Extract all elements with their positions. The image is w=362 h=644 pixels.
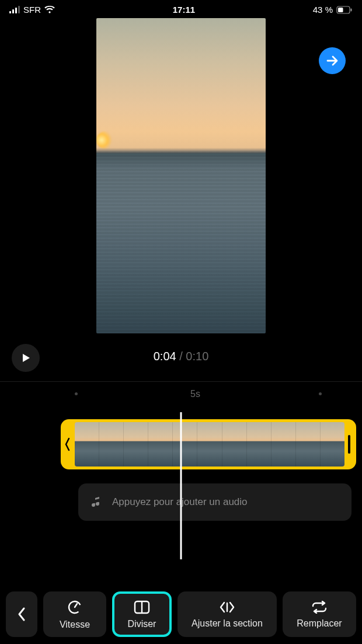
clip-handle-left[interactable]: [61, 419, 75, 469]
next-button[interactable]: [319, 47, 346, 74]
battery-percentage: 43 %: [313, 5, 333, 15]
tool-speed[interactable]: Vitesse: [43, 591, 106, 637]
battery-icon: [336, 6, 353, 14]
tool-replace[interactable]: Remplacer: [283, 591, 356, 637]
video-preview[interactable]: [96, 18, 266, 333]
timeline[interactable]: Appuyez pour ajouter un audio: [0, 419, 362, 521]
handle-grip-icon: [347, 433, 351, 456]
divider: [0, 381, 362, 382]
bottom-toolbar: Vitesse Diviser Ajuster la section Rempl…: [0, 591, 362, 637]
svg-rect-1: [350, 8, 351, 11]
ruler-tick: [319, 392, 322, 395]
chevron-left-icon: [64, 436, 71, 452]
tool-adjust-section[interactable]: Ajuster la section: [177, 591, 277, 637]
ruler-label: 5s: [190, 389, 200, 399]
preview-area: [0, 16, 362, 333]
carrier-label: SFR: [23, 5, 41, 15]
speed-icon: [67, 600, 82, 615]
total-duration: 0:10: [186, 350, 208, 363]
status-left: SFR: [9, 5, 55, 15]
back-button[interactable]: [6, 591, 37, 637]
playback-row: 0:04 / 0:10: [0, 333, 362, 379]
status-bar: SFR 17:11 43 %: [0, 0, 362, 16]
clip-thumbnails: [75, 422, 344, 467]
video-clip[interactable]: [61, 419, 356, 469]
wifi-icon: [44, 6, 55, 14]
tool-split[interactable]: Diviser: [112, 591, 172, 637]
split-icon: [134, 600, 150, 614]
svg-rect-2: [338, 8, 343, 12]
timeline-ruler[interactable]: 5s: [0, 384, 362, 408]
replace-icon: [311, 601, 328, 614]
tool-speed-label: Vitesse: [60, 619, 90, 630]
tool-split-label: Diviser: [128, 619, 156, 629]
arrow-right-icon: [325, 54, 339, 68]
tool-replace-label: Remplacer: [297, 618, 342, 629]
chevron-left-icon: [17, 607, 26, 622]
svg-rect-3: [348, 435, 350, 454]
cellular-signal-icon: [9, 6, 20, 13]
adjust-section-icon: [218, 601, 236, 614]
time-display: 0:04 / 0:10: [0, 350, 362, 363]
playhead[interactable]: [180, 412, 182, 559]
status-right: 43 %: [313, 5, 353, 15]
add-audio-button[interactable]: Appuyez pour ajouter un audio: [78, 483, 351, 521]
current-time: 0:04: [154, 350, 176, 363]
ruler-tick: [75, 392, 78, 395]
music-note-icon: [91, 496, 103, 508]
tool-adjust-label: Ajuster la section: [192, 618, 263, 629]
status-clock: 17:11: [173, 5, 195, 15]
